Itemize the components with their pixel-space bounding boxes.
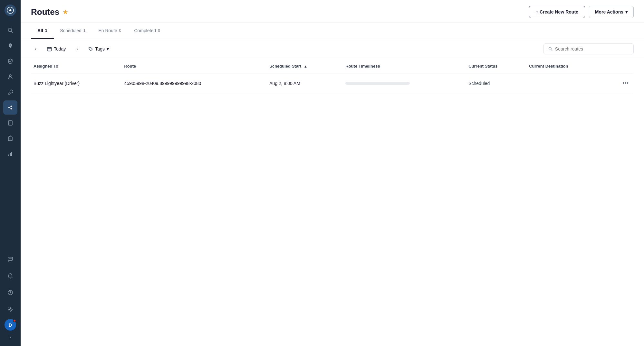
col-current-status: Current Status (466, 59, 526, 73)
sidebar-logo (0, 0, 21, 21)
svg-point-25 (10, 294, 11, 294)
tags-filter-button[interactable]: Tags ▾ (84, 44, 113, 53)
routes-table-container: Assigned To Route Scheduled Start ▲ Rout… (21, 59, 644, 346)
sidebar-item-analytics[interactable] (3, 147, 17, 161)
svg-line-33 (551, 50, 552, 51)
svg-point-7 (11, 108, 12, 109)
table-header-row: Assigned To Route Scheduled Start ▲ Rout… (31, 59, 634, 73)
sidebar-expand-button[interactable]: › (3, 332, 17, 342)
svg-point-23 (11, 258, 12, 259)
more-actions-button[interactable]: More Actions ▾ (589, 6, 634, 18)
tabs-bar: All 1 Scheduled 1 En Route 0 Completed 0 (21, 23, 644, 39)
tab-scheduled[interactable]: Scheduled 1 (54, 23, 92, 39)
sidebar-item-reports[interactable] (3, 116, 17, 130)
more-actions-label: More Actions (595, 9, 623, 14)
sidebar-bottom: D › (3, 252, 17, 346)
logo-icon[interactable] (5, 5, 16, 16)
svg-line-3 (12, 32, 13, 33)
today-label: Today (54, 46, 66, 51)
svg-point-2 (8, 28, 12, 32)
cell-route: 45905998-20409.899999999998-2080 (121, 73, 267, 93)
col-assigned-to: Assigned To (31, 59, 121, 73)
prev-date-button[interactable]: ‹ (31, 44, 41, 54)
sidebar-item-bell[interactable] (3, 269, 17, 283)
notification-badge (13, 319, 16, 322)
user-avatar[interactable]: D (5, 319, 16, 331)
today-button[interactable]: Today (43, 44, 70, 53)
more-actions-chevron-icon: ▾ (625, 9, 628, 14)
col-scheduled-start[interactable]: Scheduled Start ▲ (267, 59, 343, 73)
sidebar-item-clipboard[interactable] (3, 131, 17, 145)
cell-scheduled-start: Aug 2, 8:00 AM (267, 73, 343, 93)
col-route: Route (121, 59, 267, 73)
row-more-actions-button[interactable]: ••• (620, 79, 631, 88)
svg-rect-19 (11, 152, 12, 156)
svg-point-1 (9, 9, 11, 11)
sidebar-item-help[interactable] (3, 285, 17, 300)
svg-rect-27 (47, 47, 52, 51)
tab-completed[interactable]: Completed 0 (128, 23, 167, 39)
cell-route-timeliness (343, 73, 466, 93)
create-new-route-button[interactable]: + Create New Route (529, 6, 585, 18)
sidebar-item-users[interactable] (3, 70, 17, 84)
main-content: Routes ★ + Create New Route More Actions… (21, 0, 644, 346)
sidebar-item-wrench[interactable] (3, 85, 17, 99)
svg-point-22 (10, 258, 11, 259)
svg-point-5 (8, 107, 10, 108)
search-box[interactable] (543, 43, 634, 54)
tags-label: Tags (95, 46, 105, 51)
svg-line-8 (10, 107, 11, 107)
svg-point-31 (90, 48, 90, 49)
tab-en-route-label: En Route (98, 28, 117, 33)
sidebar: D › (0, 0, 21, 346)
svg-line-9 (10, 108, 11, 108)
filter-bar: ‹ Today › Tags ▾ (21, 39, 644, 59)
cell-current-status: Scheduled (466, 73, 526, 93)
filter-left: ‹ Today › Tags ▾ (31, 44, 113, 54)
sidebar-item-settings[interactable] (3, 302, 17, 316)
header-actions: + Create New Route More Actions ▾ (529, 6, 634, 18)
sidebar-item-search[interactable] (3, 23, 17, 37)
tab-scheduled-label: Scheduled (60, 28, 82, 33)
svg-rect-17 (8, 154, 9, 156)
favorite-star-icon[interactable]: ★ (62, 8, 68, 16)
tags-chevron-icon: ▾ (107, 46, 109, 51)
sidebar-item-routes[interactable] (3, 100, 17, 115)
tab-all-count: 1 (45, 28, 47, 33)
svg-point-26 (10, 309, 11, 310)
page-title: Routes (31, 7, 59, 17)
timeliness-bar-track (345, 82, 410, 85)
tab-all-label: All (37, 28, 43, 33)
title-row: Routes ★ (31, 7, 68, 17)
tab-scheduled-count: 1 (83, 28, 86, 33)
avatar-label: D (9, 322, 12, 328)
svg-rect-14 (8, 137, 12, 141)
sidebar-item-shield[interactable] (3, 54, 17, 68)
sidebar-navigation (0, 21, 21, 252)
cell-assigned-to: Buzz Lightyear (Driver) (31, 73, 121, 93)
tags-icon (88, 47, 93, 51)
page-header: Routes ★ + Create New Route More Actions… (21, 0, 644, 23)
table-row: Buzz Lightyear (Driver) 45905998-20409.8… (31, 73, 634, 93)
svg-rect-18 (10, 153, 11, 156)
routes-table: Assigned To Route Scheduled Start ▲ Rout… (31, 59, 634, 93)
col-actions (605, 59, 634, 73)
next-date-button[interactable]: › (72, 44, 82, 54)
cell-current-destination (526, 73, 605, 93)
search-input[interactable] (555, 46, 629, 51)
sidebar-item-chat[interactable] (3, 252, 17, 266)
tab-en-route[interactable]: En Route 0 (92, 23, 128, 39)
tab-all[interactable]: All 1 (31, 23, 54, 39)
svg-point-6 (11, 106, 12, 107)
col-route-timeliness: Route Timeliness (343, 59, 466, 73)
col-current-destination: Current Destination (526, 59, 605, 73)
tab-completed-label: Completed (134, 28, 156, 33)
sort-arrow-icon: ▲ (304, 64, 307, 68)
sidebar-item-map[interactable] (3, 39, 17, 53)
tab-completed-count: 0 (158, 28, 160, 33)
calendar-icon (47, 47, 52, 51)
tab-en-route-count: 0 (119, 28, 121, 33)
search-icon (548, 47, 553, 51)
cell-row-actions: ••• (605, 73, 634, 93)
svg-point-21 (9, 258, 10, 259)
